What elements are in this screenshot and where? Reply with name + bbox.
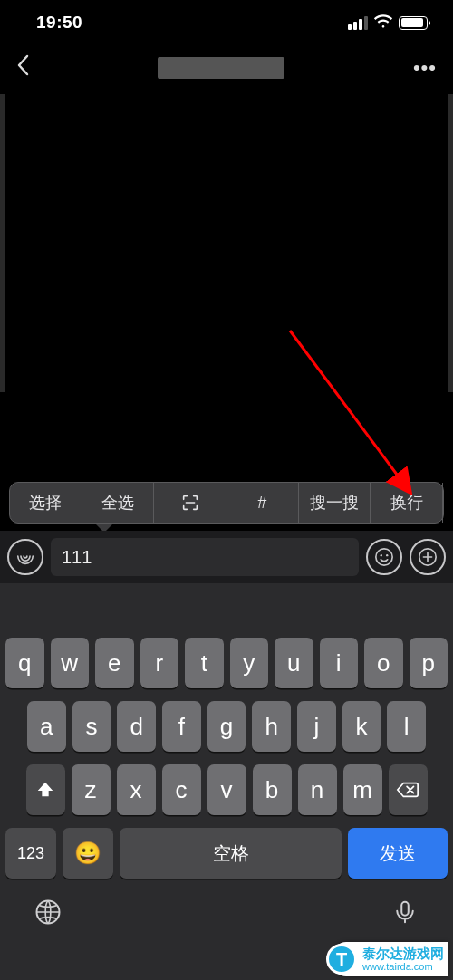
- watermark: T 泰尔达游戏网 www.tairda.com: [0, 938, 453, 980]
- nav-bar: •••: [0, 45, 453, 91]
- svg-point-0: [376, 549, 392, 565]
- message-input[interactable]: 111: [51, 538, 359, 576]
- key-space[interactable]: 空格: [120, 828, 342, 879]
- watermark-title: 泰尔达游戏网: [362, 946, 444, 962]
- emoji-button[interactable]: [366, 539, 402, 575]
- plus-button[interactable]: [410, 539, 446, 575]
- key-row-4: 123 😀 空格 发送: [0, 828, 453, 879]
- key-emoji[interactable]: 😀: [63, 828, 113, 879]
- key-p[interactable]: p: [410, 638, 448, 688]
- svg-point-2: [386, 554, 388, 556]
- key-f[interactable]: f: [162, 701, 201, 752]
- key-k[interactable]: k: [342, 701, 381, 752]
- key-r[interactable]: r: [140, 638, 179, 688]
- more-button[interactable]: •••: [413, 56, 437, 80]
- dictation-icon[interactable]: [391, 898, 419, 929]
- voice-input-button[interactable]: [7, 539, 43, 575]
- globe-icon[interactable]: [34, 898, 62, 929]
- watermark-url: www.tairda.com: [362, 961, 444, 972]
- key-u[interactable]: u: [275, 638, 313, 688]
- key-send[interactable]: 发送: [348, 828, 448, 879]
- key-shift[interactable]: [26, 764, 65, 815]
- svg-point-1: [381, 554, 382, 556]
- battery-icon: [399, 16, 428, 30]
- key-s[interactable]: s: [72, 701, 111, 752]
- key-q[interactable]: q: [5, 638, 44, 688]
- key-z[interactable]: z: [72, 764, 111, 815]
- key-x[interactable]: x: [117, 764, 156, 815]
- chat-content-area[interactable]: [0, 94, 453, 392]
- key-w[interactable]: w: [51, 638, 90, 688]
- menu-select[interactable]: 选择: [10, 483, 82, 523]
- keyboard-bottom-row: [0, 889, 453, 938]
- back-button[interactable]: [16, 54, 29, 82]
- menu-hash[interactable]: #: [226, 483, 299, 523]
- key-n[interactable]: n: [298, 764, 337, 815]
- key-row-1: q w e r t y u i o p: [0, 638, 453, 688]
- key-d[interactable]: d: [117, 701, 156, 752]
- text-edit-menu: 选择 全选 # 搜一搜 换行: [9, 482, 444, 524]
- menu-select-all[interactable]: 全选: [82, 483, 155, 523]
- key-t[interactable]: t: [185, 638, 224, 688]
- menu-newline[interactable]: 换行: [371, 483, 443, 523]
- svg-rect-5: [401, 902, 409, 916]
- key-h[interactable]: h: [252, 701, 291, 752]
- nav-title-redacted: [158, 57, 284, 79]
- message-input-value: 111: [62, 547, 92, 568]
- key-delete[interactable]: [389, 764, 428, 815]
- keyboard: q w e r t y u i o p a s d f g h j k l z …: [0, 583, 453, 980]
- key-j[interactable]: j: [297, 701, 336, 752]
- wifi-icon: [373, 13, 393, 33]
- menu-scan[interactable]: [154, 483, 226, 523]
- status-indicators: [348, 13, 428, 33]
- key-row-3: z x c v b n m: [0, 764, 453, 815]
- key-b[interactable]: b: [253, 764, 292, 815]
- key-v[interactable]: v: [207, 764, 246, 815]
- key-e[interactable]: e: [95, 638, 134, 688]
- watermark-logo-icon: T: [326, 944, 357, 975]
- key-123[interactable]: 123: [5, 828, 56, 879]
- cellular-icon: [348, 16, 368, 30]
- key-i[interactable]: i: [320, 638, 359, 688]
- key-row-2: a s d f g h j k l: [0, 701, 453, 752]
- key-a[interactable]: a: [27, 701, 66, 752]
- status-bar: 19:50: [0, 0, 453, 45]
- key-g[interactable]: g: [207, 701, 246, 752]
- key-m[interactable]: m: [343, 764, 382, 815]
- key-c[interactable]: c: [162, 764, 201, 815]
- menu-search[interactable]: 搜一搜: [299, 483, 371, 523]
- status-time: 19:50: [36, 13, 82, 33]
- key-o[interactable]: o: [364, 638, 403, 688]
- key-l[interactable]: l: [387, 701, 426, 752]
- key-y[interactable]: y: [230, 638, 269, 688]
- input-bar: 111: [0, 531, 453, 583]
